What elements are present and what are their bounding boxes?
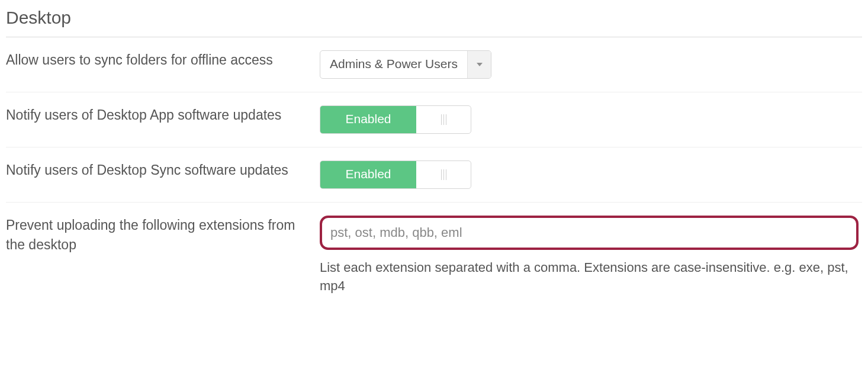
label-app-updates: Notify users of Desktop App software upd… (6, 105, 320, 125)
toggle-state-label: Enabled (320, 161, 416, 188)
blocked-extensions-highlight (320, 216, 859, 250)
sync-updates-toggle[interactable]: Enabled (320, 160, 471, 189)
row-blocked-extensions: Prevent uploading the following extensio… (6, 203, 862, 309)
toggle-grip-icon (416, 106, 471, 133)
row-sync-updates: Notify users of Desktop Sync software up… (6, 147, 862, 203)
app-updates-toggle[interactable]: Enabled (320, 105, 471, 134)
blocked-extensions-input[interactable] (328, 220, 850, 245)
toggle-state-label: Enabled (320, 106, 416, 133)
toggle-grip-icon (416, 161, 471, 188)
desktop-settings-panel: Desktop Allow users to sync folders for … (0, 0, 868, 320)
blocked-extensions-help: List each extension separated with a com… (320, 258, 859, 296)
sync-offline-dropdown[interactable]: Admins & Power Users (320, 50, 491, 79)
label-sync-updates: Notify users of Desktop Sync software up… (6, 160, 320, 180)
chevron-down-icon (467, 51, 491, 78)
dropdown-selected-value: Admins & Power Users (320, 51, 467, 78)
row-app-updates: Notify users of Desktop App software upd… (6, 92, 862, 147)
row-sync-offline: Allow users to sync folders for offline … (6, 37, 862, 92)
label-sync-offline: Allow users to sync folders for offline … (6, 50, 320, 70)
label-blocked-extensions: Prevent uploading the following extensio… (6, 216, 320, 255)
section-title: Desktop (6, 5, 862, 31)
